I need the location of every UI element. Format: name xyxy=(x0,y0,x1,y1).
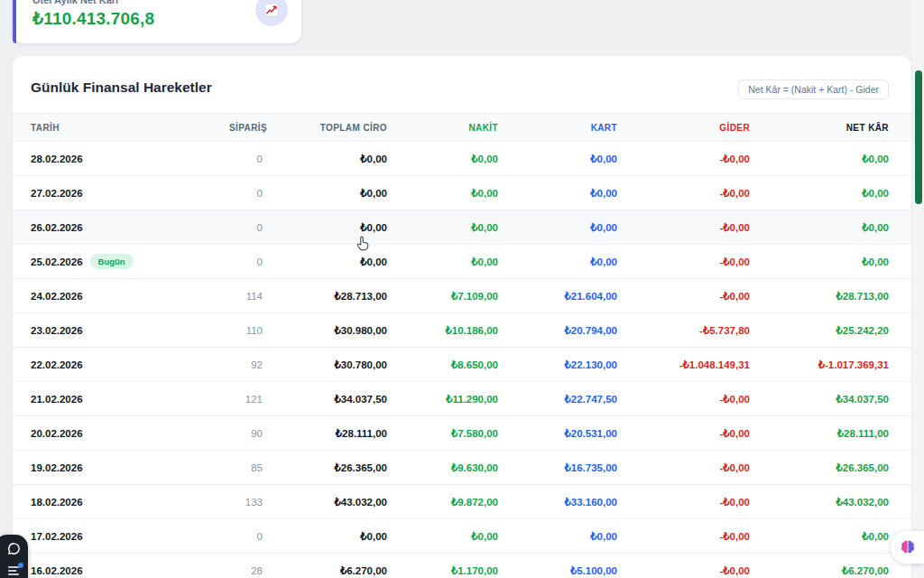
cell-kart: ₺20.794,00 xyxy=(516,313,635,348)
cell-date: 16.02.2026 xyxy=(13,554,229,578)
table-row[interactable]: 20.02.202690₺28.111,00₺7.580,00₺20.531,0… xyxy=(13,416,911,451)
header-row: TARİHSİPARİŞTOPLAM CİRONAKİTKARTGİDERNET… xyxy=(13,114,911,142)
cell-nakit: ₺0,00 xyxy=(405,210,516,245)
table-row[interactable]: 28.02.20260₺0,00₺0,00₺0,00-₺0,00₺0,00 xyxy=(13,142,911,176)
cell-ciro: ₺0,00 xyxy=(281,245,405,279)
cell-ciro: ₺0,00 xyxy=(281,519,405,554)
chat-bubble-icon[interactable] xyxy=(6,541,22,556)
cell-nakit: ₺11.290,00 xyxy=(405,382,516,416)
cell-nakit: ₺7.109,00 xyxy=(405,279,516,313)
cell-ciro: ₺0,00 xyxy=(281,210,405,245)
column-header: TARİH xyxy=(13,114,229,142)
cell-date: 20.02.2026 xyxy=(13,416,229,451)
cell-orders: 0 xyxy=(229,142,281,176)
cell-gider: -₺0,00 xyxy=(635,279,768,313)
cell-ciro: ₺0,00 xyxy=(281,176,405,210)
daily-financial-movements-panel: Günlük Finansal Hareketler Net Kâr = (Na… xyxy=(13,56,911,578)
cell-gider: -₺1.048.149,31 xyxy=(635,348,768,382)
feedback-widget xyxy=(0,535,28,578)
cell-net: ₺43.032,00 xyxy=(768,485,911,519)
monthly-net-profit-card: Otel Aylık Net Kârı ₺110.413.706,8 xyxy=(13,0,301,43)
cell-kart: ₺0,00 xyxy=(516,176,635,210)
column-header: KART xyxy=(516,114,635,142)
cell-gider: -₺0,00 xyxy=(635,485,768,519)
cell-date: 17.02.2026 xyxy=(13,519,229,554)
cell-kart: ₺22.747,50 xyxy=(516,382,635,416)
cell-net: ₺34.037,50 xyxy=(768,382,911,416)
cell-orders: 85 xyxy=(229,451,281,485)
cell-ciro: ₺0,00 xyxy=(281,142,405,176)
cell-nakit: ₺10.186,00 xyxy=(405,313,516,348)
cell-gider: -₺5.737,80 xyxy=(635,313,768,348)
table-row[interactable]: 19.02.202685₺26.365,00₺9.630,00₺16.735,0… xyxy=(13,451,911,485)
cell-orders: 0 xyxy=(229,519,281,554)
cell-net: ₺0,00 xyxy=(768,210,911,245)
cell-gider: -₺0,00 xyxy=(635,416,768,451)
cell-nakit: ₺0,00 xyxy=(405,142,516,176)
cell-kart: ₺5.100,00 xyxy=(516,554,635,578)
cell-nakit: ₺0,00 xyxy=(405,245,516,279)
cell-kart: ₺20.531,00 xyxy=(516,416,635,451)
brain-icon xyxy=(900,539,916,555)
cell-net: ₺0,00 xyxy=(768,176,911,210)
cell-date: 27.02.2026 xyxy=(13,176,229,210)
cell-net: ₺26.365,00 xyxy=(768,451,911,485)
cell-net: ₺28.111,00 xyxy=(768,416,911,451)
table-row[interactable]: 26.02.20260₺0,00₺0,00₺0,00-₺0,00₺0,00 xyxy=(13,210,911,245)
cell-date: 21.02.2026 xyxy=(13,382,229,416)
cell-kart: ₺0,00 xyxy=(516,245,635,279)
cell-date: 25.02.2026Bugün xyxy=(13,245,229,279)
cell-kart: ₺21.604,00 xyxy=(516,279,635,313)
scrollbar-thumb[interactable] xyxy=(915,70,922,204)
cell-orders: 121 xyxy=(229,382,281,416)
cell-orders: 28 xyxy=(229,554,281,578)
today-badge: Bugün xyxy=(90,254,134,269)
cell-date: 26.02.2026 xyxy=(13,210,229,245)
cell-nakit: ₺1.170,00 xyxy=(405,554,516,578)
cell-gider: -₺0,00 xyxy=(635,142,768,176)
table-row[interactable]: 21.02.2026121₺34.037,50₺11.290,00₺22.747… xyxy=(13,382,911,416)
table-row[interactable]: 23.02.2026110₺30.980,00₺10.186,00₺20.794… xyxy=(13,313,911,348)
table-row[interactable]: 16.02.202628₺6.270,00₺1.170,00₺5.100,00-… xyxy=(13,554,911,578)
panel-header: Günlük Finansal Hareketler Net Kâr = (Na… xyxy=(13,56,911,113)
net-profit-formula-note: Net Kâr = (Nakit + Kart) - Gider xyxy=(738,79,889,99)
cell-date: 28.02.2026 xyxy=(13,142,229,176)
cell-orders: 92 xyxy=(229,348,281,382)
cell-ciro: ₺28.713,00 xyxy=(281,279,405,313)
table-row[interactable]: 17.02.20260₺0,00₺0,00₺0,00-₺0,00₺0,00 xyxy=(13,519,911,554)
cell-date: 18.02.2026 xyxy=(13,485,229,519)
cell-kart: ₺22.130,00 xyxy=(516,348,635,382)
cell-kart: ₺0,00 xyxy=(516,210,635,245)
cell-net: ₺6.270,00 xyxy=(768,554,911,578)
cell-ciro: ₺34.037,50 xyxy=(281,382,405,416)
cell-ciro: ₺6.270,00 xyxy=(281,554,405,578)
changelog-list-icon[interactable] xyxy=(6,564,22,578)
table-row[interactable]: 22.02.202692₺30.780,00₺8.650,00₺22.130,0… xyxy=(13,348,911,382)
cell-orders: 0 xyxy=(229,176,281,210)
cell-nakit: ₺7.580,00 xyxy=(405,416,516,451)
cell-kart: ₺33.160,00 xyxy=(516,485,635,519)
cell-ciro: ₺30.980,00 xyxy=(281,313,405,348)
ai-assistant-button[interactable] xyxy=(891,531,924,564)
column-header: NET KÂR xyxy=(768,114,911,142)
table-row[interactable]: 25.02.2026Bugün0₺0,00₺0,00₺0,00-₺0,00₺0,… xyxy=(13,245,911,279)
cell-net: ₺25.242,20 xyxy=(768,313,911,348)
finance-table-body: 28.02.20260₺0,00₺0,00₺0,00-₺0,00₺0,0027.… xyxy=(13,142,911,578)
table-row[interactable]: 27.02.20260₺0,00₺0,00₺0,00-₺0,00₺0,00 xyxy=(13,176,911,210)
cell-ciro: ₺30.780,00 xyxy=(281,348,405,382)
table-row[interactable]: 24.02.2026114₺28.713,00₺7.109,00₺21.604,… xyxy=(13,279,911,313)
cell-gider: -₺0,00 xyxy=(635,176,768,210)
cell-gider: -₺0,00 xyxy=(635,519,768,554)
cell-ciro: ₺43.032,00 xyxy=(281,485,405,519)
notification-dot xyxy=(18,563,23,568)
cell-ciro: ₺28.111,00 xyxy=(281,416,405,451)
cell-orders: 90 xyxy=(229,416,281,451)
cell-nakit: ₺9.872,00 xyxy=(405,485,516,519)
cell-gider: -₺0,00 xyxy=(635,382,768,416)
table-row[interactable]: 18.02.2026133₺43.032,00₺9.872,00₺33.160,… xyxy=(13,485,911,519)
cell-net: ₺28.713,00 xyxy=(768,279,911,313)
cell-orders: 0 xyxy=(229,245,281,279)
cell-orders: 110 xyxy=(229,313,281,348)
cell-orders: 114 xyxy=(229,279,281,313)
cell-kart: ₺16.735,00 xyxy=(516,451,635,485)
